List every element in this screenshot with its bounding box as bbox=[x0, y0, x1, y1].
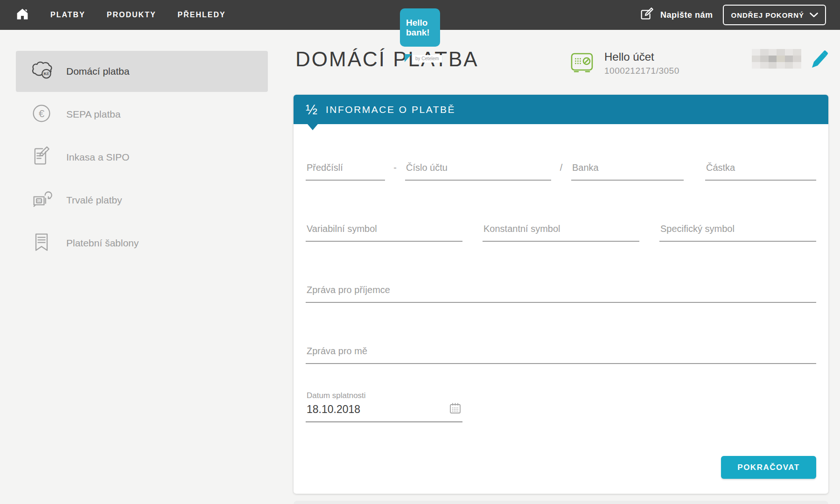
home-button[interactable] bbox=[16, 7, 29, 22]
sidebar-item-trvale-platby[interactable]: Kč Trvalé platby bbox=[16, 180, 268, 221]
slash-separator: / bbox=[551, 162, 571, 181]
calendar-icon[interactable] bbox=[449, 402, 462, 416]
message-recipient-row bbox=[306, 285, 816, 303]
svg-text:Kč: Kč bbox=[43, 71, 49, 76]
logo-line2: bank! bbox=[406, 28, 440, 37]
sidebar-item-label: Trvalé platby bbox=[66, 195, 122, 206]
bank-input[interactable] bbox=[571, 162, 684, 181]
chevron-down-icon bbox=[810, 11, 818, 19]
amount-input[interactable] bbox=[705, 162, 816, 181]
sidebar-item-label: Inkasa a SIPO bbox=[66, 152, 129, 163]
bank-field-wrap bbox=[571, 162, 684, 181]
nav-item-produkty[interactable]: PRODUKTY bbox=[107, 11, 156, 19]
edit-account-pencil-icon[interactable] bbox=[809, 49, 828, 71]
due-date-input[interactable] bbox=[306, 403, 462, 422]
svg-text:Kč: Kč bbox=[37, 199, 41, 202]
account-row: - / bbox=[306, 162, 816, 181]
document-pencil-icon bbox=[30, 145, 53, 170]
constant-symbol-input[interactable] bbox=[483, 224, 639, 242]
account-texts: Hello účet 1000212171/3050 bbox=[604, 50, 679, 77]
logo-tail bbox=[405, 54, 412, 62]
due-date-label: Datum splatnosti bbox=[306, 391, 816, 400]
nav-right-group: Napište nám ONDŘEJ POKORNÝ bbox=[639, 5, 826, 25]
euro-circle-icon: € bbox=[30, 102, 53, 127]
sidebar-item-label: Platební šablony bbox=[66, 238, 139, 249]
form-actions: POKRAČOVAT bbox=[306, 456, 816, 479]
main-header: DOMÁCÍ PLATBA Hello účet 1000212171/3050 bbox=[294, 45, 828, 95]
main-content: DOMÁCÍ PLATBA Hello účet 1000212171/3050 bbox=[294, 45, 828, 494]
user-menu-button[interactable]: ONDŘEJ POKORNÝ bbox=[723, 5, 826, 25]
specific-symbol-input[interactable] bbox=[659, 224, 816, 242]
sidebar-item-label: SEPA platba bbox=[66, 109, 120, 120]
safe-icon bbox=[570, 50, 594, 77]
account-number-field-wrap bbox=[405, 162, 551, 181]
account-number: 1000212171/3050 bbox=[604, 66, 679, 76]
payments-sidebar: Kč Domácí platba € SEPA platba Inkasa a … bbox=[16, 51, 268, 266]
redacted-balance bbox=[752, 49, 801, 70]
home-icon bbox=[16, 7, 29, 22]
sidebar-item-domaci-platba[interactable]: Kč Domácí platba bbox=[16, 51, 268, 92]
prefix-field-wrap bbox=[306, 162, 385, 181]
message-for-recipient-field-wrap bbox=[306, 285, 816, 303]
symbols-row bbox=[306, 224, 816, 242]
write-us-label: Napište nám bbox=[660, 10, 713, 20]
prefix-input[interactable] bbox=[306, 162, 385, 181]
variable-symbol-field-wrap bbox=[306, 224, 462, 242]
card-header: ½ INFORMACE O PLATBĚ bbox=[294, 95, 828, 124]
payment-form: - / bbox=[294, 124, 828, 494]
write-message-icon bbox=[639, 7, 654, 23]
page-title: DOMÁCÍ PLATBA bbox=[295, 48, 479, 71]
svg-text:€: € bbox=[39, 107, 44, 119]
account-summary: Hello účet 1000212171/3050 bbox=[570, 50, 679, 77]
logo-byline: by Cetelem bbox=[413, 55, 442, 63]
payment-info-card: ½ INFORMACE O PLATBĚ - / bbox=[294, 95, 828, 494]
sidebar-item-platebni-sablony[interactable]: Platební šablony bbox=[16, 223, 268, 264]
due-date-field-wrap bbox=[306, 403, 462, 422]
user-name-label: ONDŘEJ POKORNÝ bbox=[731, 11, 804, 19]
sidebar-item-sepa-platba[interactable]: € SEPA platba bbox=[16, 94, 268, 135]
account-number-input[interactable] bbox=[405, 162, 551, 181]
nav-item-prehledy[interactable]: PŘEHLEDY bbox=[178, 11, 226, 19]
specific-symbol-field-wrap bbox=[659, 224, 816, 242]
banknote-refresh-icon: Kč bbox=[30, 188, 53, 213]
hello-bank-logo[interactable]: Hello bank! by Cetelem bbox=[400, 8, 442, 47]
logo-bubble: Hello bank! bbox=[400, 8, 440, 47]
amount-field-wrap bbox=[705, 162, 816, 181]
message-for-me-field-wrap bbox=[306, 346, 816, 364]
nav-item-platby[interactable]: PLATBY bbox=[50, 11, 85, 19]
next-step-card-strip bbox=[294, 501, 828, 504]
message-me-row bbox=[306, 346, 816, 364]
sidebar-item-label: Domácí platba bbox=[66, 66, 129, 77]
czech-map-kc-icon: Kč bbox=[30, 59, 53, 84]
bookmark-lines-icon bbox=[30, 231, 53, 256]
continue-button[interactable]: POKRAČOVAT bbox=[721, 456, 816, 479]
message-for-recipient-input[interactable] bbox=[306, 285, 816, 303]
due-date-block: Datum splatnosti bbox=[306, 391, 816, 422]
constant-symbol-field-wrap bbox=[483, 224, 639, 242]
step-badge: ½ bbox=[306, 103, 317, 117]
logo-line1: Hello bbox=[406, 18, 440, 28]
variable-symbol-input[interactable] bbox=[306, 224, 462, 242]
dash-separator: - bbox=[385, 162, 405, 181]
sidebar-item-inkasa-a-sipo[interactable]: Inkasa a SIPO bbox=[16, 137, 268, 178]
write-us-link[interactable]: Napište nám bbox=[639, 7, 713, 23]
message-for-me-input[interactable] bbox=[306, 346, 816, 364]
card-header-title: INFORMACE O PLATBĚ bbox=[326, 104, 455, 115]
card-pointer bbox=[308, 124, 318, 130]
account-name: Hello účet bbox=[604, 50, 679, 63]
